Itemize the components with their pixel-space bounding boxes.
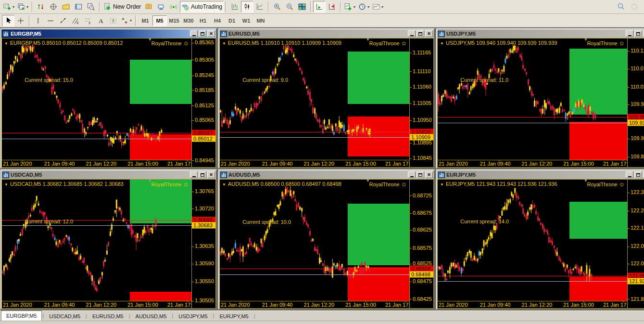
help-icon[interactable] <box>631 4 637 10</box>
tester-button[interactable] <box>85 1 97 13</box>
price-scale[interactable]: 0.687250.686750.686250.685750.685250.684… <box>409 180 433 308</box>
zoom-in-button[interactable] <box>271 1 283 13</box>
periods-button[interactable]: ▾ <box>357 1 371 13</box>
dropdown-arrow-icon[interactable]: ▾ <box>26 5 28 9</box>
restore-button[interactable] <box>417 30 424 37</box>
new-chart-button[interactable]: ▾ <box>2 1 16 13</box>
zoom-out-button[interactable] <box>283 1 296 13</box>
ohlc-readout[interactable]: ▼USDJPY,M5 109.940 109.940 109.939 109.9… <box>440 40 557 46</box>
search-icon[interactable] <box>617 2 625 11</box>
label-button[interactable]: T <box>107 15 119 26</box>
data-window-button[interactable] <box>47 1 60 13</box>
time-axis[interactable]: 21 Jan 202021 Jan 09:4021 Jan 12:2021 Ja… <box>438 160 627 167</box>
chart-plot-area[interactable]: ▼EURGBP,M5 0.85010 0.85012 0.85009 0.850… <box>2 39 191 167</box>
window-titlebar[interactable]: EURUSD,M5 ✕ <box>219 29 434 38</box>
quick-trade-arrow-icon[interactable]: ▼ <box>4 182 8 187</box>
arrows-button[interactable]: ▾ <box>119 15 133 26</box>
close-button[interactable]: ✕ <box>207 30 215 37</box>
time-axis[interactable]: 21 Jan 202021 Jan 09:4021 Jan 12:2021 Ja… <box>220 301 409 308</box>
timeframe-m5-button[interactable]: M5 <box>152 15 167 26</box>
tile-windows-button[interactable] <box>296 1 308 13</box>
price-bars-canvas[interactable] <box>2 39 191 160</box>
timeframe-m15-button[interactable]: M15 <box>167 15 181 26</box>
profiles-button[interactable]: ▾ <box>16 1 30 13</box>
price-scale[interactable]: 110.11110.07110.02109.98109.90109.85109.… <box>627 39 644 167</box>
restore-button[interactable] <box>199 171 206 178</box>
minimize-button[interactable] <box>408 171 416 178</box>
chart-tab-usdjpy-m5[interactable]: USDJPY,M5 <box>174 311 212 321</box>
quick-trade-arrow-icon[interactable]: ▼ <box>4 41 8 46</box>
metaeditor-button[interactable] <box>142 1 155 13</box>
timeframe-m1-button[interactable]: M1 <box>138 15 152 26</box>
price-scale[interactable]: 0.853650.853050.852450.851850.851250.850… <box>191 39 215 167</box>
ohlc-readout[interactable]: ▼EURUSD,M5 1.10910 1.10910 1.10909 1.109… <box>222 40 341 46</box>
time-axis[interactable]: 21 Jan 202021 Jan 09:4021 Jan 12:2021 Ja… <box>220 160 409 167</box>
quick-trade-arrow-icon[interactable]: ▼ <box>440 41 444 46</box>
terminal-button[interactable] <box>72 1 85 13</box>
price-scale[interactable]: 1.307651.307201.306351.305901.305501.305… <box>191 180 215 308</box>
price-scale[interactable]: 1.111651.111101.110601.110051.109501.108… <box>409 39 433 167</box>
restore-button[interactable] <box>634 30 642 37</box>
price-bars-canvas[interactable] <box>220 39 409 160</box>
timeframe-m30-button[interactable]: M30 <box>181 15 196 26</box>
window-titlebar[interactable]: EURJPY,M5 ✕ <box>437 170 644 179</box>
templates-button[interactable]: ▾ <box>371 1 385 13</box>
timeframe-d1-button[interactable]: D1 <box>225 15 239 26</box>
timeframe-mn-button[interactable]: MN <box>253 15 268 26</box>
crosshair-button[interactable] <box>14 15 27 26</box>
dropdown-arrow-icon[interactable]: ▾ <box>381 5 383 9</box>
market-watch-button[interactable] <box>35 1 47 13</box>
price-bars-canvas[interactable] <box>438 39 627 160</box>
restore-button[interactable] <box>199 30 206 37</box>
minimize-button[interactable] <box>190 30 198 37</box>
ohlc-readout[interactable]: ▼USDCAD,M5 1.30682 1.30685 1.30682 1.306… <box>4 181 124 187</box>
chart-plot-area[interactable]: ▼USDJPY,M5 109.940 109.940 109.939 109.9… <box>438 39 627 167</box>
quick-trade-arrow-icon[interactable]: ▼ <box>440 182 444 187</box>
time-axis[interactable]: 21 Jan 202021 Jan 09:4021 Jan 12:2021 Ja… <box>438 301 627 308</box>
chart-shift-button[interactable] <box>326 1 338 13</box>
close-button[interactable]: ✕ <box>207 171 215 178</box>
text-button[interactable]: A <box>94 15 107 26</box>
chart-tab-eurjpy-m5[interactable]: EURJPY,M5 <box>215 311 253 321</box>
time-axis[interactable]: 21 Jan 202021 Jan 09:4021 Jan 12:2021 Ja… <box>2 160 191 167</box>
minimize-button[interactable] <box>408 30 416 37</box>
chart-bars-button[interactable] <box>228 1 241 13</box>
auto-scroll-button[interactable] <box>313 1 326 13</box>
hline-button[interactable] <box>44 15 57 26</box>
window-titlebar[interactable]: EURGBP,M5 ✕ <box>1 29 216 38</box>
channel-button[interactable]: E <box>69 15 82 26</box>
price-scale[interactable]: 122.33122.25122.17122.09122.01121.85121.… <box>627 180 644 308</box>
signals-button[interactable] <box>167 1 180 13</box>
close-button[interactable]: ✕ <box>425 171 433 178</box>
window-titlebar[interactable]: AUDUSD,M5 ✕ <box>219 170 434 179</box>
time-axis[interactable]: 21 Jan 202021 Jan 09:4021 Jan 12:2021 Ja… <box>2 301 191 308</box>
hosting-button[interactable] <box>155 1 167 13</box>
restore-button[interactable] <box>417 171 424 178</box>
fibo-button[interactable]: F <box>82 15 94 26</box>
minimize-button[interactable] <box>190 171 198 178</box>
window-titlebar[interactable]: USDJPY,M5 ✕ <box>437 29 644 38</box>
chart-tab-eurgbp-m5[interactable]: EURGBP,M5 <box>1 311 42 321</box>
dropdown-arrow-icon[interactable]: ▾ <box>367 5 369 9</box>
timeframe-w1-button[interactable]: W1 <box>239 15 253 26</box>
minimize-button[interactable] <box>626 30 633 37</box>
dropdown-arrow-icon[interactable]: ▾ <box>13 5 14 9</box>
chart-plot-area[interactable]: ▼EURJPY,M5 121.943 121.943 121.936 121.9… <box>438 180 627 308</box>
chart-tab-eurusd-m5[interactable]: EURUSD,M5 <box>88 311 128 321</box>
window-titlebar[interactable]: USDCAD,M5 ✕ <box>1 170 216 179</box>
timeframe-h4-button[interactable]: H4 <box>210 15 225 26</box>
dropdown-arrow-icon[interactable]: ▾ <box>354 5 355 9</box>
quick-trade-arrow-icon[interactable]: ▼ <box>222 182 226 187</box>
dropdown-arrow-icon[interactable]: ▾ <box>130 18 132 23</box>
price-bars-canvas[interactable] <box>220 180 409 301</box>
close-button[interactable]: ✕ <box>425 30 433 37</box>
new-order-button[interactable]: New Order <box>102 1 142 13</box>
minimize-button[interactable] <box>626 171 633 178</box>
trendline-button[interactable] <box>57 15 69 26</box>
chart-plot-area[interactable]: ▼EURUSD,M5 1.10910 1.10910 1.10909 1.109… <box>220 39 409 167</box>
price-bars-canvas[interactable] <box>438 180 627 301</box>
vline-button[interactable] <box>32 15 44 26</box>
chart-plot-area[interactable]: ▼USDCAD,M5 1.30682 1.30685 1.30682 1.306… <box>2 180 191 308</box>
ohlc-readout[interactable]: ▼AUDUSD,M5 0.68500 0.68500 0.68497 0.684… <box>222 181 341 187</box>
chart-line-button[interactable] <box>253 1 266 13</box>
